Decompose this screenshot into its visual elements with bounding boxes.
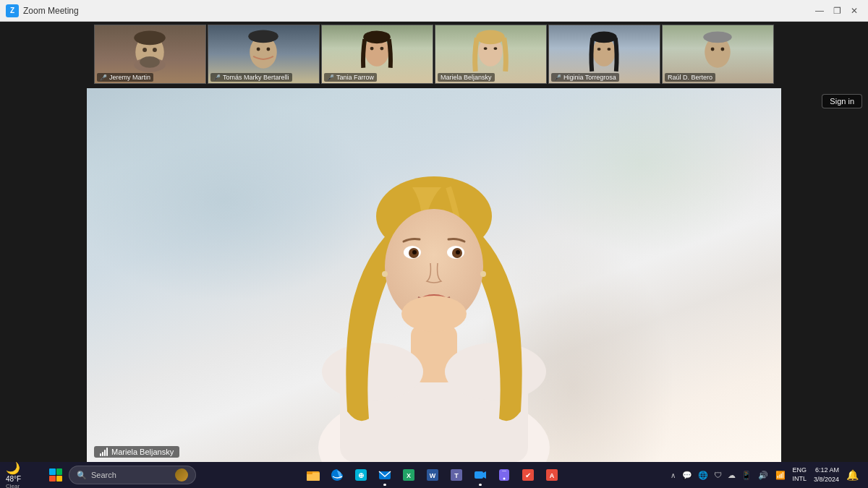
svg-point-48 (382, 271, 388, 277)
svg-text:⊕: ⊕ (358, 471, 364, 479)
weather-temp: 48°F (6, 475, 21, 483)
search-label: Search (91, 471, 116, 479)
tray-icon-chat[interactable]: 💬 (680, 469, 694, 481)
clock[interactable]: 6:12 AM 3/8/2024 (811, 466, 842, 484)
svg-point-66 (503, 478, 505, 480)
participant-name-tania: 🎤 Tania Farrow (324, 73, 377, 82)
start-button[interactable] (44, 463, 67, 487)
svg-point-21 (493, 47, 497, 50)
notification-icons: 💬 🌐 🛡 ☁ 📱 (680, 469, 754, 481)
zoom-meeting-content: 🎤 Jeremy Martin (0, 22, 868, 462)
participant-thumb-mariela-small[interactable]: Mariela Beljansky (435, 25, 547, 84)
app-zoom[interactable] (469, 463, 492, 487)
svg-text:X: X (407, 472, 411, 479)
signal-strength-icon (100, 448, 108, 456)
notifications-button[interactable]: 🔔 (844, 468, 861, 482)
tray-icon-onedrive[interactable]: ☁ (726, 469, 738, 481)
mic-icon-higinia: 🎤 (554, 74, 561, 81)
participant-thumb-raul[interactable]: Raúl D. Bertero (662, 25, 774, 84)
minimize-button[interactable]: — (812, 3, 827, 19)
sign-in-button[interactable]: Sign in (822, 94, 862, 108)
participant-name-tomas: 🎤 Tomás Marky Bertarelli (210, 73, 292, 82)
svg-text:T: T (454, 472, 459, 479)
app-edge[interactable] (326, 463, 349, 487)
svg-text:A: A (549, 472, 554, 479)
show-hidden-icons-button[interactable]: ∧ (668, 469, 678, 481)
participant-thumb-tomas[interactable]: 🎤 Tomás Marky Bertarelli (208, 25, 320, 84)
taskbar-apps: ⊕ X W T (197, 463, 667, 487)
weather-icon: 🌙 (6, 461, 20, 475)
svg-point-5 (153, 48, 157, 52)
weather-widget[interactable]: 🌙 48°F Clear (3, 461, 43, 489)
taskbar: 🌙 48°F Clear 🔍 Search (0, 462, 868, 488)
app-excel[interactable]: X (397, 463, 420, 487)
participant-name-jeremy: 🎤 Jeremy Martin (97, 73, 153, 82)
svg-point-11 (266, 48, 270, 51)
taskbar-search[interactable]: 🔍 Search (69, 466, 196, 484)
tray-icon-phone[interactable]: 📱 (739, 469, 754, 481)
windows-logo-icon (49, 468, 62, 481)
tray-icon-wifi[interactable]: 📶 (773, 469, 788, 481)
app-acrobat[interactable]: A (540, 463, 563, 487)
svg-point-16 (380, 47, 383, 51)
mic-icon-jeremy: 🎤 (100, 74, 107, 81)
window-controls: — ❐ ✕ (812, 3, 862, 19)
svg-point-27 (591, 31, 617, 43)
app-teams[interactable]: T (445, 463, 468, 487)
participant-thumb-jeremy[interactable]: 🎤 Jeremy Martin (94, 25, 206, 84)
app-file-explorer[interactable] (302, 463, 325, 487)
date-display: 3/8/2024 (814, 475, 839, 484)
svg-point-22 (476, 30, 504, 44)
participant-thumb-tania[interactable]: 🎤 Tania Farrow (321, 25, 433, 84)
search-icon: 🔍 (77, 471, 87, 480)
maximize-button[interactable]: ❐ (829, 3, 845, 19)
main-speaker-visual (260, 115, 608, 462)
tray-icon-network[interactable]: 🌐 (696, 469, 710, 481)
search-avatar (175, 468, 188, 481)
svg-text:✔: ✔ (525, 471, 531, 479)
app-store[interactable]: ⊕ (349, 463, 373, 487)
window-title: Zoom Meeting (23, 6, 79, 16)
svg-marker-64 (483, 471, 486, 479)
svg-point-17 (363, 30, 391, 43)
participant-thumb-higinia[interactable]: 🎤 Higinia Torregrosa (548, 25, 660, 84)
title-bar-left: Z Zoom Meeting (6, 4, 79, 17)
app-word[interactable]: W (421, 463, 444, 487)
svg-point-20 (484, 47, 488, 50)
status-icons: 🔊 📶 (756, 469, 788, 481)
tray-icon-volume[interactable]: 🔊 (756, 469, 770, 481)
svg-point-45 (456, 250, 460, 254)
participants-strip: 🎤 Jeremy Martin (0, 22, 868, 87)
svg-point-4 (142, 48, 147, 52)
svg-point-37 (445, 343, 546, 401)
tray-icon-security[interactable]: 🛡 (712, 469, 724, 481)
weather-condition: Clear (6, 483, 20, 489)
svg-point-49 (480, 271, 486, 277)
svg-point-26 (607, 48, 610, 51)
svg-point-36 (322, 343, 423, 401)
svg-point-15 (370, 47, 374, 51)
speaker-label: Mariela Beljansky (94, 446, 179, 458)
time-display: 6:12 AM (814, 466, 839, 475)
svg-rect-63 (475, 471, 483, 479)
main-video-area (87, 88, 781, 462)
title-bar: Z Zoom Meeting — ❐ ✕ (0, 0, 868, 22)
svg-point-31 (720, 48, 724, 51)
svg-rect-67 (502, 471, 506, 471)
svg-point-12 (248, 30, 278, 43)
svg-point-10 (257, 48, 260, 51)
close-button[interactable]: ✕ (846, 3, 862, 19)
system-tray: ∧ 💬 🌐 🛡 ☁ 📱 🔊 📶 ENG INTL 6:12 AM 3/8/202… (668, 466, 865, 484)
svg-point-50 (401, 296, 467, 332)
app-mail[interactable] (373, 463, 396, 487)
svg-point-32 (703, 31, 731, 43)
mic-icon-tomas: 🎤 (213, 74, 221, 81)
svg-point-44 (412, 250, 417, 254)
speaker-name: Mariela Beljansky (111, 448, 174, 456)
svg-point-6 (140, 56, 160, 68)
zoom-app-icon: Z (6, 4, 19, 17)
app-tasks[interactable]: ✔ (516, 463, 540, 487)
language-indicator[interactable]: ENG INTL (790, 466, 809, 483)
participant-name-mariela-small: Mariela Beljansky (438, 73, 495, 82)
app-phone[interactable] (493, 463, 516, 487)
